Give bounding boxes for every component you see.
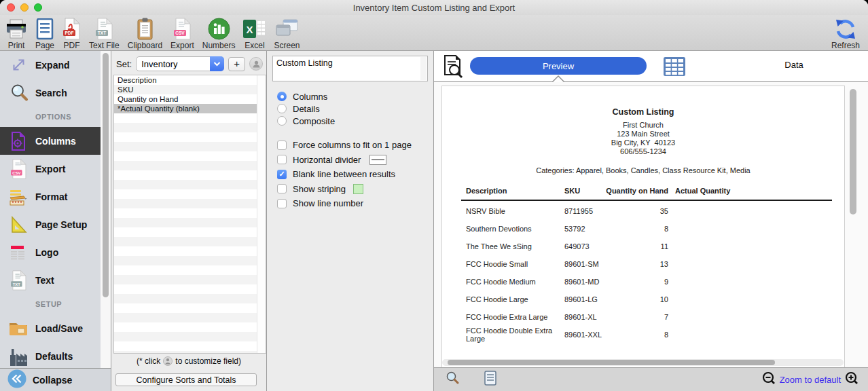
- zoom-in-icon[interactable]: [845, 371, 858, 388]
- clipboard-button[interactable]: Clipboard: [128, 17, 162, 50]
- pdf-button[interactable]: PDF PDF: [62, 17, 81, 50]
- screen-windows-icon: [274, 17, 299, 41]
- text-file-label: Text File: [89, 41, 120, 50]
- show-line-number-checkbox[interactable]: [277, 199, 287, 208]
- customize-hint: (* click to customize field): [111, 356, 266, 366]
- numbers-button[interactable]: Numbers: [202, 17, 236, 50]
- sidebar-item-load-save[interactable]: Load/Save: [0, 314, 111, 342]
- customize-field-button[interactable]: [249, 57, 263, 71]
- show-line-number-label: Show line number: [293, 198, 363, 208]
- minimize-button[interactable]: [20, 3, 29, 12]
- doc-table-header: Description SKU Quantity on Hand Actual …: [461, 187, 832, 201]
- sidebar-item-defaults[interactable]: Defaults: [0, 342, 111, 370]
- doc-table-row: FCC Hoodie Large89601-LG10: [461, 291, 832, 308]
- doc-phone: 606/555-1234: [442, 147, 844, 156]
- svg-text:TXT: TXT: [98, 31, 106, 35]
- set-dropdown[interactable]: Inventory: [136, 56, 224, 71]
- radio-row-composite: Composite: [277, 115, 428, 127]
- add-set-button[interactable]: +: [228, 57, 245, 71]
- report-document-icon[interactable]: [484, 371, 496, 388]
- sidebar-item-text[interactable]: TXT Text: [0, 266, 111, 294]
- details-radio[interactable]: [277, 104, 287, 113]
- preview-document-icon[interactable]: [439, 54, 465, 81]
- doc-city: Big City, KY 40123: [442, 138, 844, 147]
- preview-horizontal-scrollbar-thumb[interactable]: [448, 360, 775, 365]
- striping-color-swatch[interactable]: [353, 184, 363, 194]
- composite-radio[interactable]: [277, 116, 287, 126]
- excel-button[interactable]: X Excel: [243, 17, 266, 50]
- pdf-file-icon: PDF: [62, 17, 81, 41]
- svg-text:CSV: CSV: [12, 170, 20, 174]
- force-fit-checkbox[interactable]: [277, 141, 287, 150]
- sidebar-item-export[interactable]: CSV Export: [0, 155, 111, 183]
- txt-file-icon: TXT: [95, 17, 113, 41]
- svg-text:TXT: TXT: [12, 282, 20, 286]
- traffic-lights: [7, 3, 42, 12]
- magnifier-icon[interactable]: [445, 371, 460, 388]
- check-row-line-number: Show line number: [277, 196, 428, 211]
- field-row[interactable]: SKU: [114, 85, 266, 94]
- divider-style-swatch[interactable]: [369, 155, 386, 165]
- export-button[interactable]: CSV Export: [170, 17, 194, 50]
- sidebar-item-format[interactable]: Format: [0, 183, 111, 210]
- sidebar-item-collapse[interactable]: Collapse: [0, 368, 111, 391]
- svg-text:CSV: CSV: [175, 31, 185, 35]
- fullscreen-button[interactable]: [34, 3, 42, 12]
- columns-radio-label: Columns: [293, 92, 327, 102]
- columns-radio[interactable]: [277, 92, 287, 101]
- page-label: Page: [35, 41, 54, 50]
- sidebar-item-columns[interactable]: Columns: [0, 127, 111, 155]
- doc-table-row: FCC Hoodie Extra Large89601-XL7: [461, 308, 832, 326]
- field-row[interactable]: Quantity on Hand: [114, 94, 266, 104]
- toolbar: Print Page PDF PDF TXT Text File Clipboa…: [0, 15, 868, 51]
- page-icon: [36, 17, 54, 41]
- configure-sorts-totals-button[interactable]: Configure Sorts and Totals: [115, 373, 257, 386]
- zoom-to-default-link[interactable]: Zoom to default: [780, 375, 841, 385]
- preview-vertical-scrollbar[interactable]: [850, 89, 856, 215]
- check-row-striping: Show striping: [277, 182, 428, 197]
- field-row[interactable]: Description: [114, 75, 266, 85]
- preview-horizontal-scrollbar[interactable]: [442, 359, 844, 366]
- sidebar-scrollbar-thumb[interactable]: [103, 53, 109, 297]
- tab-data[interactable]: Data: [753, 60, 835, 70]
- listing-name-input[interactable]: Custom Listing: [272, 56, 428, 81]
- sidebar: Expand Search OPTIONS Columns CSV Export: [0, 51, 111, 391]
- page-setup-triangle-icon: [7, 216, 29, 234]
- sidebar-item-page-setup[interactable]: Page Setup: [0, 210, 111, 238]
- factory-icon: [7, 347, 29, 366]
- csv-file-icon: CSV: [7, 159, 29, 179]
- sidebar-item-logo[interactable]: Logo: [0, 238, 111, 266]
- sidebar-item-label: Defaults: [35, 351, 73, 362]
- show-striping-checkbox[interactable]: [277, 184, 287, 193]
- screen-button[interactable]: Screen: [274, 17, 300, 50]
- sidebar-item-label: Collapse: [33, 375, 72, 386]
- preview-pane: Custom Listing First Church 123 Main Str…: [434, 81, 868, 367]
- tab-preview[interactable]: Preview: [470, 57, 647, 75]
- print-button[interactable]: Print: [5, 17, 27, 50]
- data-table-icon[interactable]: [663, 56, 686, 79]
- refresh-button[interactable]: Refresh: [831, 17, 860, 50]
- horizontal-divider-checkbox[interactable]: [277, 155, 287, 164]
- check-row-blank-line: Blank line between results: [277, 167, 428, 182]
- force-fit-label: Force columns to fit on 1 page: [293, 140, 412, 150]
- sidebar-scrollbar: [101, 51, 111, 368]
- page-button[interactable]: Page: [35, 17, 54, 50]
- composite-radio-label: Composite: [293, 116, 335, 126]
- text-file-button[interactable]: TXT Text File: [89, 17, 120, 50]
- field-list-scrollbar[interactable]: [257, 75, 266, 353]
- chevron-down-icon: [210, 56, 224, 71]
- collapse-icon: [7, 369, 26, 391]
- close-button[interactable]: [7, 3, 15, 12]
- sidebar-item-search[interactable]: Search: [0, 79, 111, 107]
- blank-line-checkbox[interactable]: [277, 170, 287, 179]
- field-row-selected[interactable]: *Actual Quantity (blank): [114, 104, 266, 113]
- pdf-label: PDF: [64, 41, 80, 50]
- csv-file-icon: CSV: [173, 17, 192, 41]
- doc-table-row: FCC Hoodie Small89601-SM13: [461, 255, 832, 273]
- sidebar-item-expand[interactable]: Expand: [0, 51, 111, 79]
- sidebar-item-label: Load/Save: [35, 323, 83, 334]
- doc-table-row: NSRV Bible871195535: [461, 202, 832, 220]
- sidebar-item-label: Format: [35, 191, 67, 202]
- person-icon: [252, 60, 261, 69]
- zoom-out-icon[interactable]: [762, 371, 776, 388]
